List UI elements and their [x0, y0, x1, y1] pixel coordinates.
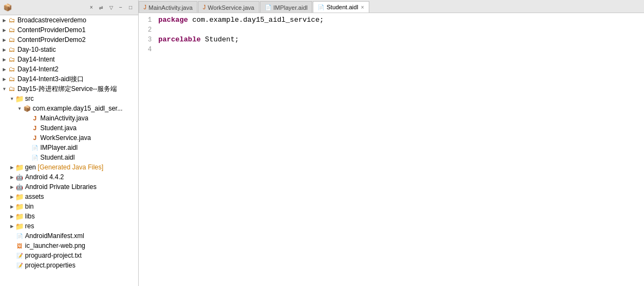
tree-item-label: com.example.day15_aidl_ser...	[33, 105, 122, 112]
tree-item-bin[interactable]: 📁 bin	[0, 202, 138, 211]
keyword-parcelable: parcelable	[158, 35, 201, 44]
tree-item-label: Day14-Intent2	[17, 65, 58, 73]
tree-item-day14intent3[interactable]: 🗂 Day14-Intent3-aidl接口	[0, 74, 138, 84]
tab-mainactivity[interactable]: J MainActivity.java	[139, 1, 197, 13]
tab-implayer[interactable]: 📄 IMPlayer.aidl	[260, 1, 313, 13]
file-icon: 📁	[15, 192, 24, 201]
xml-icon: 📄	[16, 233, 23, 239]
tree-item-implayer_aidl[interactable]: 📄 IMPlayer.aidl	[0, 143, 138, 153]
close-icon[interactable]: ×	[87, 3, 96, 12]
tree-item-src[interactable]: 📁 src	[0, 94, 138, 104]
file-icon: 📄	[30, 153, 39, 162]
folder-icon: 📁	[15, 222, 24, 230]
txt-icon: 📝	[16, 263, 23, 269]
file-icon: 📄	[15, 232, 24, 240]
tree-arrow	[9, 164, 15, 171]
tab-student_aidl[interactable]: 📄 Student.aidl ×	[313, 1, 369, 13]
tree-item-libs[interactable]: 📁 libs	[0, 211, 138, 221]
tree-arrow	[9, 95, 15, 102]
tree-item-com_package[interactable]: 📦 com.example.day15_aidl_ser...	[0, 104, 138, 113]
tree-item-ic_launcher[interactable]: 🖼 ic_launcher-web.png	[0, 241, 138, 251]
file-icon: 🤖	[15, 173, 24, 181]
tree-item-student_java[interactable]: J Student.java	[0, 123, 138, 133]
tree-item-day10static[interactable]: 🗂 Day-10-static	[0, 45, 138, 54]
folder-icon: 📁	[15, 203, 24, 211]
tree-item-suffix: [Generated Java Files]	[36, 163, 103, 171]
tree-item-label: proguard-project.txt	[25, 252, 82, 259]
tree-item-label: WorkService.java	[40, 134, 91, 142]
maximize-panel-icon[interactable]: □	[126, 3, 135, 12]
tree-item-androidmanifest[interactable]: 📄 AndroidManifest.xml	[0, 231, 138, 241]
tree-arrow	[1, 36, 8, 43]
editor-area: J MainActivity.java J WorkService.java 📄…	[139, 0, 644, 286]
tree-arrow	[1, 66, 8, 72]
tree-item-day14intent[interactable]: 🗂 Day14-Intent	[0, 54, 138, 64]
png-icon: 🖼	[17, 243, 22, 249]
parcelable-name: Student;	[205, 35, 239, 44]
tree-arrow	[9, 184, 15, 190]
tree-arrow	[1, 56, 8, 63]
minimize-icon[interactable]: ⇌	[97, 3, 106, 12]
tab-workservice[interactable]: J WorkService.java	[198, 1, 259, 13]
android-icon: 🤖	[16, 184, 23, 191]
tree-arrow	[24, 115, 30, 121]
tree-item-day14intent2[interactable]: 🗂 Day14-Intent2	[0, 64, 138, 74]
tree-item-label: Day14-Intent3-aidl接口	[17, 75, 84, 84]
line-content	[156, 25, 644, 35]
tree-item-label: Android Private Libraries	[25, 183, 96, 191]
tree-item-mainactivity_java[interactable]: J MainActivity.java	[0, 113, 138, 123]
file-icon: 📁	[15, 212, 24, 221]
tree-item-gen[interactable]: 📁 gen [Generated Java Files]	[0, 162, 138, 172]
tree-arrow	[9, 262, 15, 269]
txt-icon: 📝	[16, 253, 23, 259]
tree-arrow	[9, 174, 15, 180]
tree-item-label: Day14-Intent	[17, 56, 55, 63]
tree-arrow	[1, 76, 8, 82]
tab-label: Student.aidl	[326, 4, 358, 10]
tree-item-label: AndroidManifest.xml	[25, 232, 84, 240]
tree-item-project_properties[interactable]: 📝 project.properties	[0, 260, 138, 270]
tree-item-day15[interactable]: 🗂 Day15-跨进程绑定Service--服务端	[0, 84, 138, 94]
tree-item-contentproviderdemo2[interactable]: 🗂 ContentProviderDemo2	[0, 35, 138, 45]
tab-icon: 📄	[318, 4, 324, 10]
tree-item-proguard[interactable]: 📝 proguard-project.txt	[0, 251, 138, 260]
tab-close-button[interactable]: ×	[361, 4, 365, 10]
tree-arrow	[9, 203, 15, 210]
view-menu-icon[interactable]: ▽	[107, 3, 115, 12]
project-icon: 🗂	[9, 26, 15, 34]
tree-item-label: ic_launcher-web.png	[25, 242, 85, 250]
tab-icon: 📄	[265, 4, 271, 10]
file-icon: 🗂	[8, 45, 16, 54]
tree-item-label: assets	[25, 193, 44, 200]
tree-item-res[interactable]: 📁 res	[0, 221, 138, 231]
code-editor[interactable]: 1 package com.example.day15_aidl_service…	[139, 13, 644, 286]
package-name: com.example.day15_aidl_service;	[192, 16, 324, 24]
sidebar-toolbar: × ⇌ ▽ − □	[87, 3, 135, 12]
tab-icon: J	[203, 4, 206, 10]
tree-item-label: libs	[25, 212, 35, 220]
code-line-2: 2	[139, 25, 644, 35]
tree-arrow	[16, 105, 23, 112]
file-icon: 📁	[15, 202, 24, 211]
file-icon: 🤖	[15, 182, 24, 191]
file-icon: J	[30, 114, 39, 123]
project-icon: 🗂	[9, 56, 15, 63]
sidebar-tree: 🗂 Broadcastreceiverdemo 🗂 ContentProvide…	[0, 15, 138, 286]
package-explorer-icon: 📦	[3, 3, 12, 11]
tree-item-android442[interactable]: 🤖 Android 4.4.2	[0, 172, 138, 182]
project-icon: 🗂	[9, 75, 15, 83]
project-icon: 🗂	[9, 85, 15, 93]
tab-label: WorkService.java	[208, 4, 254, 11]
file-icon: 📁	[15, 163, 24, 172]
minimize-panel-icon[interactable]: −	[116, 3, 125, 12]
tree-item-label: gen [Generated Java Files]	[25, 163, 103, 171]
tree-item-broadcastreceiverdemo[interactable]: 🗂 Broadcastreceiverdemo	[0, 15, 138, 25]
tree-item-assets[interactable]: 📁 assets	[0, 192, 138, 202]
tree-item-student_aidl[interactable]: 📄 Student.aidl	[0, 153, 138, 162]
tree-item-workservice_java[interactable]: J WorkService.java	[0, 133, 138, 143]
main-panel: 📦 × ⇌ ▽ − □ 🗂 Broadcastreceiverdemo 🗂 Co…	[0, 0, 644, 286]
line-number: 1	[139, 15, 156, 25]
code-line-3: 3 parcelable Student;	[139, 35, 644, 45]
tree-item-android_private[interactable]: 🤖 Android Private Libraries	[0, 182, 138, 192]
tree-item-contentproviderdemo1[interactable]: 🗂 ContentProviderDemo1	[0, 25, 138, 35]
